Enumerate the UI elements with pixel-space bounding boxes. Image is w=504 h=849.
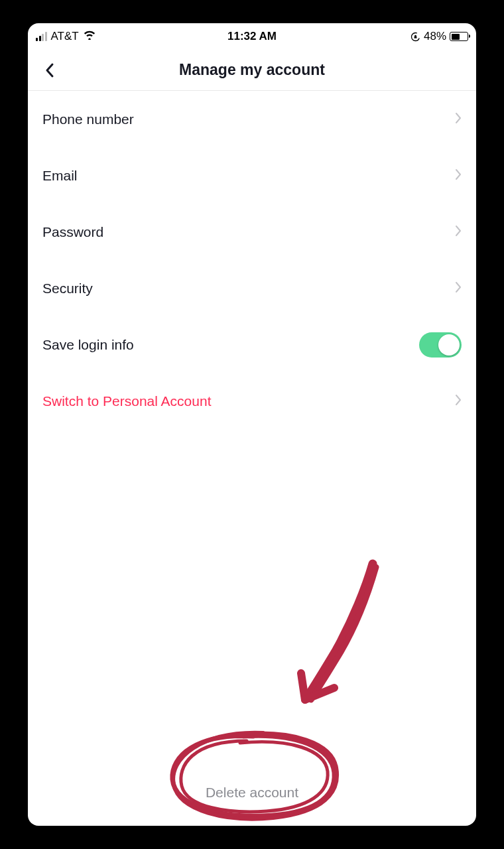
status-left: AT&T	[36, 30, 96, 43]
back-button[interactable]	[40, 60, 60, 80]
list-item-label: Save login info	[42, 337, 134, 353]
settings-list: Phone number Email Password Security Sav	[28, 91, 476, 826]
status-right: 48%	[410, 30, 468, 43]
chevron-left-icon	[44, 62, 55, 78]
save-login-toggle[interactable]	[419, 332, 462, 358]
list-item-password[interactable]: Password	[42, 204, 462, 260]
delete-account-button[interactable]: Delete account	[42, 766, 462, 826]
signal-strength-icon	[36, 32, 47, 41]
wifi-icon	[83, 30, 96, 43]
list-item-email[interactable]: Email	[42, 147, 462, 204]
chevron-right-icon	[455, 168, 462, 183]
list-item-save-login-info: Save login info	[42, 316, 462, 373]
toggle-knob	[438, 334, 460, 356]
clock: 11:32 AM	[227, 30, 277, 43]
list-item-label: Security	[42, 281, 93, 296]
battery-percent: 48%	[424, 30, 446, 43]
carrier-label: AT&T	[51, 30, 79, 43]
list-item-label: Phone number	[42, 111, 134, 127]
list-item-switch-account[interactable]: Switch to Personal Account	[42, 373, 462, 429]
list-item-phone-number[interactable]: Phone number	[42, 91, 462, 147]
chevron-right-icon	[455, 112, 462, 127]
chevron-right-icon	[455, 394, 462, 409]
rotation-lock-icon	[410, 32, 420, 42]
list-item-security[interactable]: Security	[42, 260, 462, 316]
list-item-label: Switch to Personal Account	[42, 393, 211, 409]
list-item-label: Email	[42, 168, 78, 184]
battery-icon	[450, 32, 468, 41]
phone-screen: AT&T 11:32 AM 48%	[28, 23, 476, 826]
list-item-label: Password	[42, 224, 103, 240]
page-header: Manage my account	[28, 50, 476, 91]
chevron-right-icon	[455, 225, 462, 239]
page-title: Manage my account	[28, 61, 476, 79]
status-bar: AT&T 11:32 AM 48%	[28, 23, 476, 50]
chevron-right-icon	[455, 281, 462, 296]
